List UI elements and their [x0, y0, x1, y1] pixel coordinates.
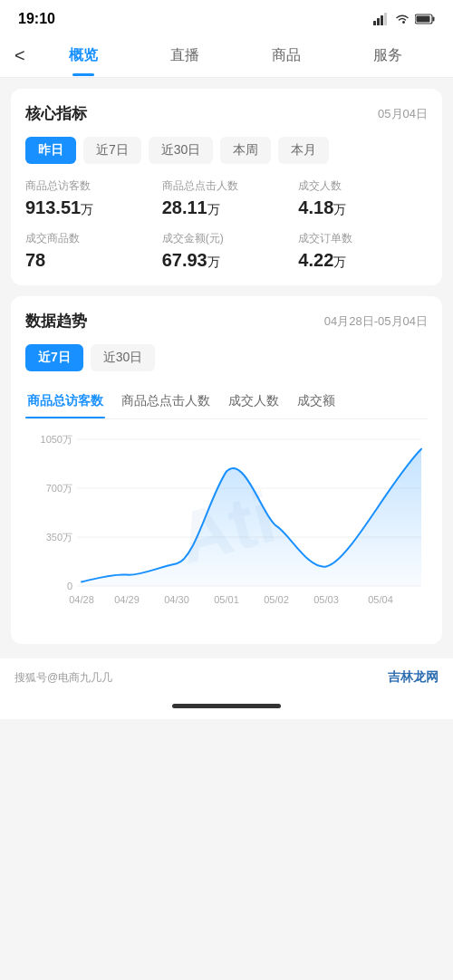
tab-overview[interactable]: 概览 — [62, 35, 105, 76]
metric-click-users-value: 28.11万 — [162, 197, 292, 218]
footer-source: 搜狐号@电商九几几 — [14, 670, 112, 686]
trend-period-tabs: 近7日 近30日 — [25, 344, 428, 371]
wifi-icon — [395, 14, 410, 24]
metric-click-users: 商品总点击人数 28.11万 — [162, 178, 292, 218]
data-trend-date: 04月28日-05月04日 — [324, 313, 428, 330]
period-thisweek[interactable]: 本周 — [220, 137, 271, 164]
data-trend-header: 数据趋势 04月28日-05月04日 — [25, 311, 428, 331]
trend-chart: 1050万 700万 350万 0 — [25, 427, 428, 626]
metric-transaction-orders-label: 成交订单数 — [298, 231, 428, 246]
footer-logo: 吉林龙网 — [388, 669, 439, 686]
period-thismonth[interactable]: 本月 — [278, 137, 329, 164]
tab-services[interactable]: 服务 — [366, 35, 410, 76]
back-button[interactable]: < — [7, 38, 33, 73]
svg-text:04/30: 04/30 — [164, 594, 189, 605]
svg-rect-6 — [417, 16, 430, 23]
metric-transaction-users-label: 成交人数 — [298, 178, 428, 194]
period-7days[interactable]: 近7日 — [83, 137, 141, 164]
metric-transaction-products: 成交商品数 78 — [25, 231, 155, 271]
core-metrics-header: 核心指标 05月04日 — [25, 103, 428, 124]
svg-text:1050万: 1050万 — [41, 434, 72, 445]
main-content: 核心指标 05月04日 昨日 近7日 近30日 本周 本月 商品总访客数 913… — [0, 78, 453, 655]
core-metrics-title: 核心指标 — [25, 103, 87, 124]
svg-rect-2 — [381, 15, 383, 25]
metric-transaction-products-label: 成交商品数 — [25, 231, 155, 246]
trend-period-30days[interactable]: 近30日 — [91, 344, 156, 371]
svg-text:0: 0 — [67, 581, 72, 591]
tab-live[interactable]: 直播 — [163, 35, 207, 76]
metric-transaction-orders: 成交订单数 4.22万 — [298, 231, 428, 271]
svg-text:04/28: 04/28 — [69, 594, 94, 605]
tab-products[interactable]: 商品 — [265, 35, 308, 76]
chart-area: Ati 1050万 700万 350万 0 — [25, 427, 428, 629]
core-metrics-date: 05月04日 — [378, 106, 428, 122]
chart-tab-transactions[interactable]: 成交人数 — [226, 386, 281, 418]
top-nav: < 概览 直播 商品 服务 — [0, 34, 453, 78]
metric-transaction-amount-label: 成交金额(元) — [162, 231, 292, 246]
svg-rect-0 — [373, 21, 376, 25]
status-time: 19:10 — [18, 11, 55, 27]
svg-text:05/03: 05/03 — [313, 594, 339, 605]
bottom-bar: 搜狐号@电商九几几 吉林龙网 — [0, 658, 453, 697]
battery-icon — [415, 14, 435, 24]
svg-text:700万: 700万 — [46, 483, 72, 494]
status-icons — [373, 13, 435, 25]
svg-text:04/29: 04/29 — [114, 594, 140, 605]
metric-transaction-users-value: 4.18万 — [298, 197, 428, 218]
svg-text:05/01: 05/01 — [214, 594, 239, 605]
home-bar — [0, 697, 453, 719]
core-period-tabs: 昨日 近7日 近30日 本周 本月 — [25, 137, 428, 164]
svg-rect-5 — [433, 17, 435, 22]
svg-text:05/02: 05/02 — [264, 594, 289, 605]
data-trend-title: 数据趋势 — [25, 311, 87, 331]
metric-transaction-products-value: 78 — [25, 250, 155, 271]
svg-text:350万: 350万 — [46, 532, 72, 543]
chart-tab-amount[interactable]: 成交额 — [295, 386, 337, 418]
chart-tabs: 商品总访客数 商品总点击人数 成交人数 成交额 — [25, 386, 428, 419]
period-yesterday[interactable]: 昨日 — [25, 137, 76, 164]
metric-total-visitors-value: 913.51万 — [25, 197, 155, 218]
metrics-grid: 商品总访客数 913.51万 商品总点击人数 28.11万 成交人数 4.18万… — [25, 178, 428, 271]
svg-text:05/04: 05/04 — [368, 594, 393, 605]
svg-rect-1 — [377, 18, 380, 25]
status-bar: 19:10 — [0, 0, 453, 34]
chart-tab-clicks[interactable]: 商品总点击人数 — [120, 386, 212, 418]
data-trend-card: 数据趋势 04月28日-05月04日 近7日 近30日 商品总访客数 商品总点击… — [11, 296, 442, 644]
chart-tab-visitors[interactable]: 商品总访客数 — [25, 386, 105, 418]
core-metrics-card: 核心指标 05月04日 昨日 近7日 近30日 本周 本月 商品总访客数 913… — [11, 89, 442, 285]
svg-rect-3 — [384, 13, 387, 25]
metric-click-users-label: 商品总点击人数 — [162, 178, 292, 194]
period-30days[interactable]: 近30日 — [149, 137, 214, 164]
metric-transaction-amount-value: 67.93万 — [162, 250, 292, 271]
trend-period-7days[interactable]: 近7日 — [25, 344, 83, 371]
metric-total-visitors-label: 商品总访客数 — [25, 178, 155, 194]
metric-transaction-amount: 成交金额(元) 67.93万 — [162, 231, 292, 271]
metric-transaction-users: 成交人数 4.18万 — [298, 178, 428, 218]
metric-total-visitors: 商品总访客数 913.51万 — [25, 178, 155, 218]
metric-transaction-orders-value: 4.22万 — [298, 250, 428, 271]
signal-icon — [373, 13, 390, 25]
home-indicator — [172, 704, 281, 708]
nav-tabs: 概览 直播 商品 服务 — [33, 35, 439, 76]
